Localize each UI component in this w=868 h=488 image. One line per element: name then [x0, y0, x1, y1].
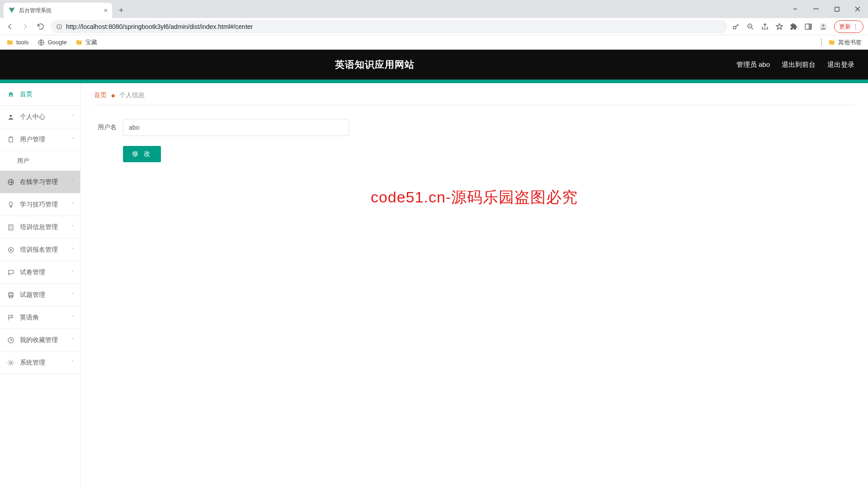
window-controls — [785, 0, 868, 18]
folder-icon — [75, 39, 83, 46]
sidebar-item-1[interactable]: 个人中心˅ — [0, 106, 80, 128]
bookmark-google[interactable]: Google — [38, 39, 66, 46]
zoom-icon[interactable] — [746, 23, 755, 31]
globe-icon — [7, 178, 14, 186]
main-content: 首页 ◆ 个人信息 用户名 修 改 code51.cn-源码乐园盗图必究 — [80, 83, 868, 488]
chevron-down-icon: ˅ — [71, 179, 74, 184]
sidebar-item-10[interactable]: 英语角˅ — [0, 306, 80, 329]
sidebar-item-11[interactable]: 我的收藏管理˅ — [0, 329, 80, 352]
form-row-username: 用户名 — [94, 119, 854, 136]
target-icon — [7, 246, 14, 253]
svg-rect-1 — [835, 7, 839, 11]
username-label: 用户名 — [94, 123, 117, 131]
profile-icon[interactable] — [819, 22, 828, 31]
extensions-icon[interactable] — [790, 23, 798, 31]
url-field[interactable]: http://localhost:8080/springbootk3yl6/ad… — [51, 20, 727, 33]
folder-icon — [821, 38, 835, 46]
svg-rect-3 — [59, 26, 59, 28]
chevron-down-icon: ˅ — [71, 114, 74, 119]
submit-button[interactable]: 修 改 — [123, 146, 161, 162]
sidebar: 首页个人中心˅用户管理˄用户在线学习管理˅学习技巧管理˅培训信息管理˅培训报名管… — [0, 83, 80, 488]
sidebar-item-4[interactable]: 在线学习管理˅ — [0, 171, 80, 193]
tabsearch-icon[interactable] — [785, 0, 806, 18]
home-icon — [7, 91, 14, 98]
sidebar-item-label: 试卷管理 — [20, 268, 45, 277]
flag-icon — [7, 314, 14, 321]
sidebar-item-label: 学习技巧管理 — [20, 201, 58, 209]
reload-icon[interactable] — [35, 21, 46, 32]
site-title: 英语知识应用网站 — [14, 58, 736, 71]
share-icon[interactable] — [761, 23, 769, 31]
logout-link[interactable]: 退出登录 — [827, 61, 854, 69]
minimize-icon[interactable] — [806, 0, 826, 18]
svg-point-12 — [9, 114, 12, 117]
sidebar-item-label: 用户 — [17, 157, 29, 165]
sidebar-item-8[interactable]: 试卷管理˅ — [0, 261, 80, 284]
building-icon — [7, 224, 14, 231]
sidebar-item-6[interactable]: 培训信息管理˅ — [0, 216, 80, 239]
tab-close-icon[interactable]: × — [104, 7, 108, 14]
other-bookmarks[interactable]: 其他书签 — [821, 38, 862, 47]
exit-front-link[interactable]: 退出到前台 — [782, 61, 816, 69]
chevron-up-icon: ˄ — [71, 137, 74, 142]
svg-point-18 — [10, 249, 12, 251]
sidebar-item-12[interactable]: 系统管理˅ — [0, 352, 80, 374]
key-icon[interactable] — [732, 23, 740, 31]
sidebar-item-5[interactable]: 学习技巧管理˅ — [0, 193, 80, 216]
sidepanel-icon[interactable] — [804, 23, 812, 31]
sidebar-item-0[interactable]: 首页 — [0, 83, 80, 106]
bookmarks-bar: tools Google 宝藏 其他书签 — [0, 35, 868, 50]
accent-bar — [0, 80, 868, 83]
sidebar-item-9[interactable]: 试题管理˅ — [0, 284, 80, 306]
app-header: 英语知识应用网站 管理员 abo 退出到前台 退出登录 — [0, 50, 868, 80]
sidebar-item-label: 培训报名管理 — [20, 246, 58, 254]
sidebar-item-3[interactable]: 用户 — [0, 151, 80, 171]
chevron-down-icon: ˅ — [71, 225, 74, 230]
sidebar-item-7[interactable]: 培训报名管理˅ — [0, 239, 80, 261]
breadcrumb-home[interactable]: 首页 — [94, 91, 107, 99]
username-input[interactable] — [123, 119, 349, 136]
gear-icon — [7, 359, 14, 366]
breadcrumb: 首页 ◆ 个人信息 — [94, 91, 854, 105]
admin-label[interactable]: 管理员 abo — [736, 61, 770, 69]
tab-title: 后台管理系统 — [19, 7, 100, 14]
update-button[interactable]: 更新⋮ — [834, 20, 863, 33]
sidebar-item-2[interactable]: 用户管理˄ — [0, 128, 80, 151]
svg-rect-4 — [59, 25, 59, 25]
sidebar-item-label: 英语角 — [20, 314, 39, 322]
sidebar-item-label: 培训信息管理 — [20, 223, 58, 231]
sidebar-item-label: 试题管理 — [20, 291, 45, 299]
bulb-icon — [7, 201, 14, 208]
star-icon[interactable] — [775, 23, 783, 31]
sidebar-item-label: 我的收藏管理 — [20, 336, 58, 344]
chevron-down-icon: ˅ — [71, 292, 74, 297]
sidebar-item-label: 在线学习管理 — [20, 178, 58, 186]
close-window-icon[interactable] — [847, 0, 868, 18]
bookmark-tools[interactable]: tools — [6, 39, 28, 46]
svg-rect-14 — [10, 136, 12, 138]
vue-favicon — [8, 7, 15, 14]
bookmark-treasure[interactable]: 宝藏 — [75, 38, 97, 47]
svg-rect-13 — [9, 137, 13, 142]
chevron-down-icon: ˅ — [71, 247, 74, 252]
chat-icon — [7, 269, 14, 276]
browser-tabbar: 后台管理系统 × + — [0, 0, 868, 18]
chevron-down-icon: ˅ — [71, 360, 74, 365]
maximize-icon[interactable] — [826, 0, 847, 18]
sidebar-item-label: 首页 — [20, 90, 33, 99]
nav-back-icon[interactable] — [5, 21, 15, 32]
sidebar-item-label: 系统管理 — [20, 359, 45, 367]
user-icon — [7, 113, 14, 121]
chevron-down-icon: ˅ — [71, 202, 74, 207]
nav-forward-icon[interactable] — [20, 21, 31, 32]
center-watermark: code51.cn-源码乐园盗图必究 — [371, 187, 578, 208]
chevron-down-icon: ˅ — [71, 338, 74, 343]
svg-rect-0 — [813, 9, 819, 9]
browser-tab[interactable]: 后台管理系统 × — [4, 3, 112, 18]
address-bar: http://localhost:8080/springbootk3yl6/ad… — [0, 18, 868, 35]
globe-icon — [38, 39, 45, 46]
svg-point-23 — [10, 362, 12, 364]
print-icon — [7, 291, 14, 299]
new-tab-button[interactable]: + — [115, 4, 127, 17]
clock-icon — [7, 337, 14, 344]
